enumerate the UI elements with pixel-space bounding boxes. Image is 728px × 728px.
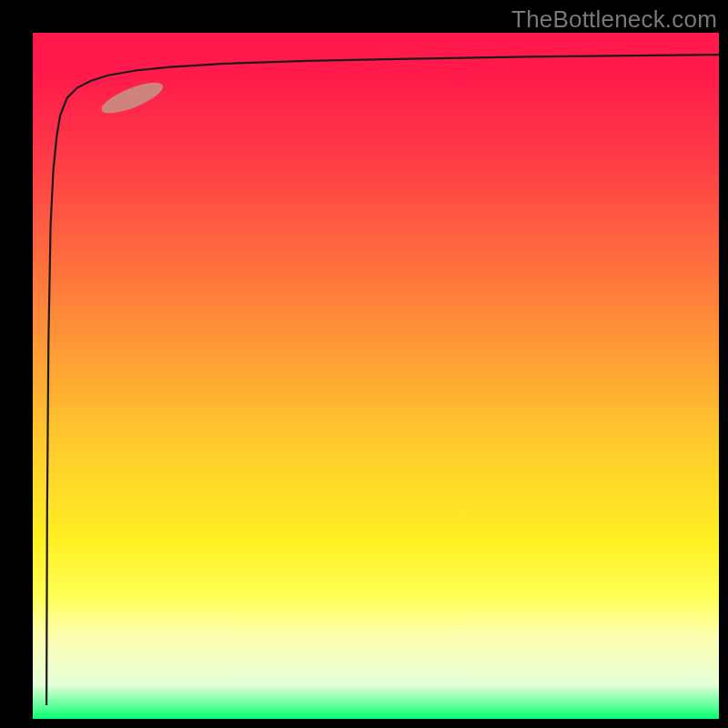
svg-point-0 (98, 76, 167, 119)
main-curve (46, 55, 719, 705)
root: TheBottleneck.com (0, 0, 728, 728)
curve-layer (33, 33, 719, 719)
attribution-text: TheBottleneck.com (511, 5, 717, 34)
plot-area (33, 33, 719, 719)
curve-marker (98, 76, 167, 119)
